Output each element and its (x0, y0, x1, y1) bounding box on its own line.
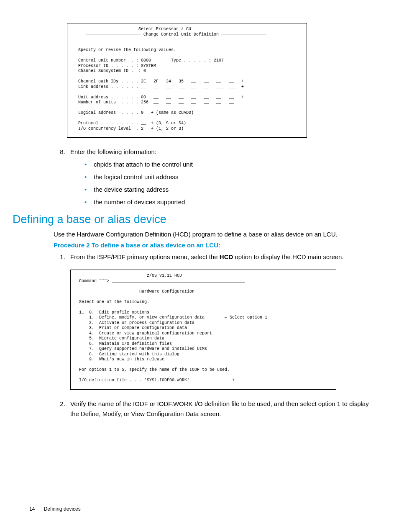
step-8-bullets: chpids that attach to the control unit t… (84, 159, 370, 207)
proc-step-1-pre: From the ISPF/PDF primary options menu, … (70, 253, 220, 260)
bullet-number-devices: the number of devices supported (84, 197, 370, 207)
step-8-lead: Enter the following information: (70, 148, 156, 155)
step-8: Enter the following information: chpids … (67, 147, 370, 207)
proc-step-1-bold: HCD (220, 253, 233, 260)
proc-step-2: Verify the name of the IODF or IODF.WORK… (67, 399, 370, 419)
terminal-select-processor-cu: Select Processor / CU ──────────────────… (67, 23, 307, 138)
footer-label: Defining devices (44, 506, 81, 512)
terminal-hcd-main: z/OS V1.11 HCD Command ===> ____________… (70, 270, 336, 390)
page-footer: 14 Defining devices (29, 506, 81, 512)
proc-step-1: From the ISPF/PDF primary options menu, … (67, 252, 370, 390)
section-intro: Use the Hardware Configuration Definitio… (54, 229, 370, 239)
bullet-logical-cu-address: the logical control unit address (84, 172, 370, 182)
page-number: 14 (29, 506, 35, 512)
proc-step-1-post: option to display the HCD main screen. (233, 253, 343, 260)
bullet-device-start-address: the device starting address (84, 185, 370, 195)
procedure-2-steps: From the ISPF/PDF primary options menu, … (54, 252, 370, 419)
heading-defining-base-or-alias-device: Defining a base or alias device (13, 213, 370, 226)
ordered-steps-continued: Enter the following information: chpids … (54, 147, 370, 207)
bullet-chpids: chpids that attach to the control unit (84, 159, 370, 170)
procedure-2-title: Procedure 2 To define a base or alias de… (54, 242, 370, 249)
